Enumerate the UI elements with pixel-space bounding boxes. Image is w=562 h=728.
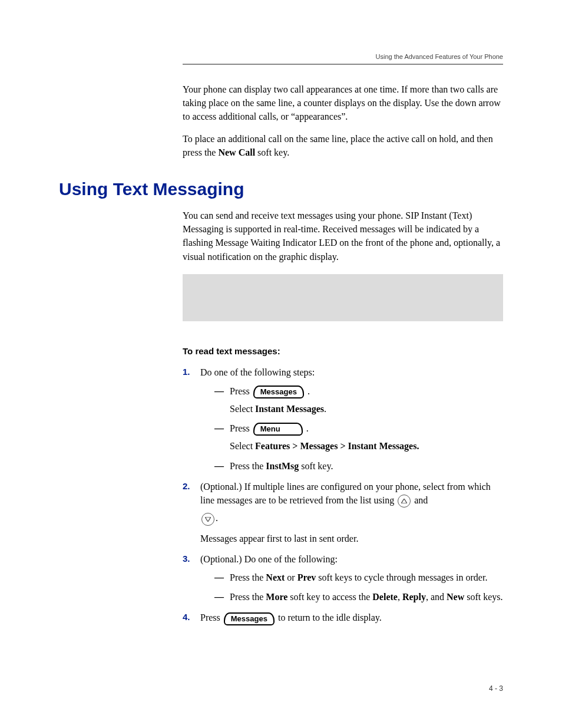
step-3: (Optional.) Do one of the following: Pre… — [183, 552, 503, 604]
text-fragment: . — [306, 423, 309, 433]
prev-label: Prev — [297, 572, 316, 582]
step-2-line-1: (Optional.) If multiple lines are config… — [200, 482, 491, 505]
text-fragment: soft key to access the — [287, 592, 372, 602]
text-fragment: soft key. — [255, 147, 289, 157]
running-header-title: Using the Advanced Features of Your Phon… — [183, 53, 503, 60]
text-fragment: Press — [230, 386, 252, 396]
step-1-options: Press Messages . Select Instant Messages… — [214, 384, 503, 473]
step-1-option-2-select: Select Features > Messages > Instant Mes… — [230, 439, 503, 453]
text-fragment: to return to the idle display. — [278, 612, 382, 622]
text-fragment: Press the — [230, 572, 266, 582]
text-fragment: (Optional.) If multiple lines are config… — [200, 482, 491, 505]
note-box — [183, 274, 503, 321]
menu-key-icon: Menu — [253, 423, 303, 436]
step-1-option-1-select: Select Instant Messages. — [230, 402, 503, 416]
step-1-option-2: Press Menu . Select Features > Messages … — [214, 421, 503, 453]
text-fragment: Select — [230, 404, 255, 414]
instmsg-label: InstMsg — [266, 461, 299, 471]
header-rule — [183, 64, 503, 65]
step-3-lead: (Optional.) Do one of the following: — [200, 554, 338, 564]
step-3-option-2: Press the More soft key to access the De… — [214, 590, 503, 604]
intro-paragraph-1: Your phone can display two call appearan… — [183, 83, 503, 124]
text-fragment: . — [308, 386, 310, 396]
reply-label: Reply — [402, 592, 426, 602]
features-messages-path-label: Features > Messages > Instant Messages. — [255, 441, 419, 451]
text-fragment: soft key. — [299, 461, 333, 471]
new-label: New — [447, 592, 464, 602]
procedure-title: To read text messages: — [183, 345, 503, 358]
step-4: Press Messages to return to the idle dis… — [183, 611, 503, 625]
step-1: Do one of the following steps: Press Mes… — [183, 365, 503, 472]
intro-paragraph-2: To place an additional call on the same … — [183, 132, 503, 159]
up-arrow-icon — [398, 495, 411, 508]
text-fragment: soft keys to cycle through messages in o… — [316, 572, 487, 582]
text-fragment: or — [285, 572, 297, 582]
section-heading-text-messaging: Using Text Messaging — [59, 179, 503, 199]
step-1-lead: Do one of the following steps: — [200, 367, 315, 377]
text-fragment: soft keys. — [464, 592, 503, 602]
next-label: Next — [266, 572, 285, 582]
section-paragraph-1: You can send and receive text messages u… — [183, 209, 503, 263]
page-number: 4 - 3 — [489, 684, 503, 693]
down-arrow-icon — [201, 513, 214, 526]
step-3-option-1: Press the Next or Prev soft keys to cycl… — [214, 571, 503, 584]
section-body: You can send and receive text messages u… — [183, 209, 503, 625]
delete-label: Delete — [372, 592, 398, 602]
messages-key-icon: Messages — [224, 612, 275, 625]
messages-key-icon: Messages — [253, 386, 304, 398]
page: Using the Advanced Features of Your Phon… — [0, 0, 562, 728]
new-call-label: New Call — [218, 147, 255, 157]
text-fragment: . — [324, 404, 326, 414]
text-fragment: , — [398, 592, 402, 602]
step-3-options: Press the Next or Prev soft keys to cycl… — [214, 571, 503, 604]
step-1-option-3: Press the InstMsg soft key. — [214, 459, 503, 473]
text-fragment: Press — [230, 423, 252, 433]
step-1-option-1: Press Messages . Select Instant Messages… — [214, 384, 503, 416]
text-fragment: Select — [230, 441, 255, 451]
page-header: Using the Advanced Features of Your Phon… — [183, 53, 503, 65]
step-2-arrow-down-line: . — [200, 511, 503, 525]
intro-block: Your phone can display two call appearan… — [183, 83, 503, 159]
text-fragment: , and — [426, 592, 447, 602]
text-fragment: Press the — [230, 592, 266, 602]
procedure-steps: Do one of the following steps: Press Mes… — [183, 365, 503, 625]
svg-marker-0 — [401, 499, 407, 503]
text-fragment: and — [414, 495, 428, 505]
step-2: (Optional.) If multiple lines are config… — [183, 480, 503, 545]
instant-messages-label: Instant Messages — [255, 404, 324, 414]
text-fragment: Press — [200, 612, 223, 622]
svg-marker-1 — [205, 517, 211, 522]
text-fragment: Press the — [230, 461, 266, 471]
text-fragment: . — [216, 513, 218, 523]
more-label: More — [266, 592, 287, 602]
step-2-line-2: Messages appear first to last in sent or… — [200, 532, 503, 545]
